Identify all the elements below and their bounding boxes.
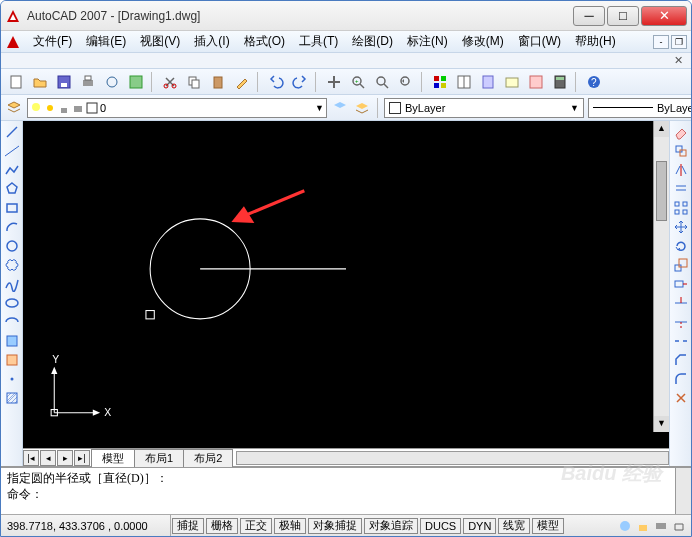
zoom-previous-button[interactable]: [395, 71, 417, 93]
tool-palettes-button[interactable]: [477, 71, 499, 93]
tab-next-button[interactable]: ▸: [57, 450, 73, 466]
insert-block-tool[interactable]: [3, 332, 21, 350]
layer-dropdown[interactable]: 0 ▼: [27, 98, 327, 118]
circle-tool[interactable]: [3, 237, 21, 255]
menu-draw[interactable]: 绘图(D): [346, 31, 399, 52]
layer-states-button[interactable]: [331, 97, 349, 119]
undo-button[interactable]: [265, 71, 287, 93]
scrollbar-thumb[interactable]: [656, 161, 667, 221]
markup-button[interactable]: [525, 71, 547, 93]
menu-tools[interactable]: 工具(T): [293, 31, 344, 52]
save-button[interactable]: [53, 71, 75, 93]
menu-view[interactable]: 视图(V): [134, 31, 186, 52]
menu-insert[interactable]: 插入(I): [188, 31, 235, 52]
paste-button[interactable]: [207, 71, 229, 93]
polar-toggle[interactable]: 极轴: [274, 518, 306, 534]
tab-prev-button[interactable]: ◂: [40, 450, 56, 466]
tab-model[interactable]: 模型: [91, 449, 135, 467]
vertical-scrollbar[interactable]: ▲ ▼: [653, 121, 669, 432]
tab-last-button[interactable]: ▸|: [74, 450, 90, 466]
polyline-tool[interactable]: [3, 161, 21, 179]
layer-manager-button[interactable]: [5, 97, 23, 119]
ellipse-arc-tool[interactable]: [3, 313, 21, 331]
comm-icon[interactable]: [617, 518, 633, 534]
ducs-toggle[interactable]: DUCS: [420, 518, 461, 534]
rectangle-tool[interactable]: [3, 199, 21, 217]
doc-close-button[interactable]: ✕: [674, 54, 683, 67]
offset-tool[interactable]: [672, 180, 690, 198]
minimize-button[interactable]: ─: [573, 6, 605, 26]
revision-cloud-tool[interactable]: [3, 256, 21, 274]
chamfer-tool[interactable]: [672, 351, 690, 369]
grid-toggle[interactable]: 栅格: [206, 518, 238, 534]
menu-format[interactable]: 格式(O): [238, 31, 291, 52]
model-toggle[interactable]: 模型: [532, 518, 564, 534]
zoom-realtime-button[interactable]: +: [347, 71, 369, 93]
tray-settings-icon[interactable]: [653, 518, 669, 534]
menu-dimension[interactable]: 标注(N): [401, 31, 454, 52]
hatch-tool[interactable]: [3, 389, 21, 407]
drawing-canvas[interactable]: Y X ▲ ▼: [23, 121, 669, 448]
ortho-toggle[interactable]: 正交: [240, 518, 272, 534]
publish-button[interactable]: [125, 71, 147, 93]
new-button[interactable]: [5, 71, 27, 93]
osnap-toggle[interactable]: 对象捕捉: [308, 518, 362, 534]
tab-layout1[interactable]: 布局1: [134, 449, 184, 467]
break-tool[interactable]: [672, 332, 690, 350]
dropdown-arrow-icon[interactable]: ▼: [570, 103, 579, 113]
scale-tool[interactable]: [672, 256, 690, 274]
help-button[interactable]: ?: [583, 71, 605, 93]
linetype-dropdown[interactable]: ByLayer: [588, 98, 692, 118]
horizontal-scrollbar[interactable]: [236, 451, 669, 465]
redo-button[interactable]: [289, 71, 311, 93]
command-text[interactable]: 指定圆的半径或［直径(D)］： 命令：: [1, 468, 675, 514]
menu-edit[interactable]: 编辑(E): [80, 31, 132, 52]
dyn-toggle[interactable]: DYN: [463, 518, 496, 534]
dropdown-arrow-icon[interactable]: ▼: [315, 103, 324, 113]
extend-tool[interactable]: [672, 313, 690, 331]
fillet-tool[interactable]: [672, 370, 690, 388]
doc-restore-button[interactable]: ❐: [671, 35, 687, 49]
point-tool[interactable]: [3, 370, 21, 388]
menu-help[interactable]: 帮助(H): [569, 31, 622, 52]
lwt-toggle[interactable]: 线宽: [498, 518, 530, 534]
arc-tool[interactable]: [3, 218, 21, 236]
spline-tool[interactable]: [3, 275, 21, 293]
copy-tool[interactable]: [672, 142, 690, 160]
menu-file[interactable]: 文件(F): [27, 31, 78, 52]
print-button[interactable]: [77, 71, 99, 93]
zoom-window-button[interactable]: [371, 71, 393, 93]
maximize-button[interactable]: □: [607, 6, 639, 26]
properties-button[interactable]: [429, 71, 451, 93]
command-scrollbar[interactable]: [675, 468, 691, 514]
design-center-button[interactable]: [453, 71, 475, 93]
coordinates-display[interactable]: 398.7718, 433.3706 , 0.0000: [1, 515, 171, 536]
layer-previous-button[interactable]: [353, 97, 371, 119]
match-properties-button[interactable]: [231, 71, 253, 93]
polygon-tool[interactable]: [3, 180, 21, 198]
ellipse-tool[interactable]: [3, 294, 21, 312]
line-tool[interactable]: [3, 123, 21, 141]
mirror-tool[interactable]: [672, 161, 690, 179]
make-block-tool[interactable]: [3, 351, 21, 369]
color-dropdown[interactable]: ByLayer ▼: [384, 98, 584, 118]
copy-button[interactable]: [183, 71, 205, 93]
erase-tool[interactable]: [672, 123, 690, 141]
rotate-tool[interactable]: [672, 237, 690, 255]
snap-toggle[interactable]: 捕捉: [172, 518, 204, 534]
stretch-tool[interactable]: [672, 275, 690, 293]
sheet-set-button[interactable]: [501, 71, 523, 93]
construction-line-tool[interactable]: [3, 142, 21, 160]
calculator-button[interactable]: [549, 71, 571, 93]
open-button[interactable]: [29, 71, 51, 93]
close-button[interactable]: ✕: [641, 6, 687, 26]
menu-window[interactable]: 窗口(W): [512, 31, 567, 52]
tab-layout2[interactable]: 布局2: [183, 449, 233, 467]
cut-button[interactable]: [159, 71, 181, 93]
scroll-up-button[interactable]: ▲: [654, 121, 669, 137]
move-tool[interactable]: [672, 218, 690, 236]
array-tool[interactable]: [672, 199, 690, 217]
clean-screen-icon[interactable]: [671, 518, 687, 534]
otrack-toggle[interactable]: 对象追踪: [364, 518, 418, 534]
explode-tool[interactable]: [672, 389, 690, 407]
